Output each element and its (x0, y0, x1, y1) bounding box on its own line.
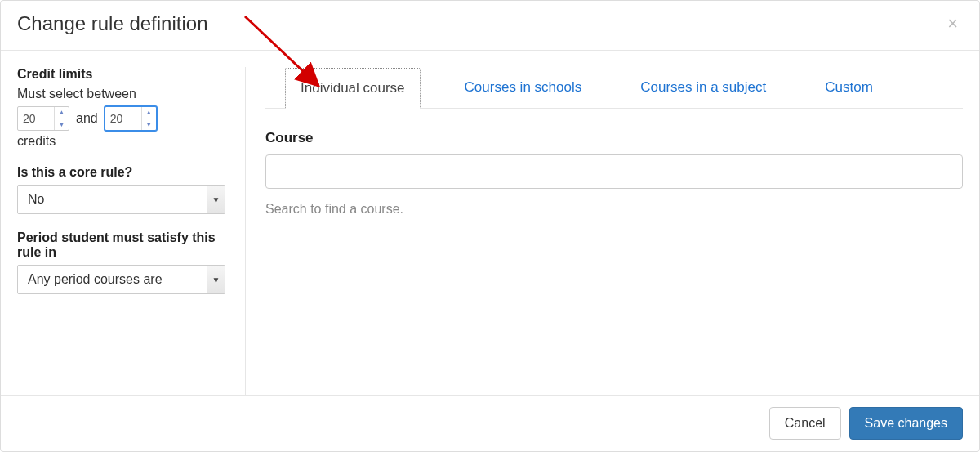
tab-courses-in-subject[interactable]: Courses in a subject (626, 68, 781, 109)
credit-limits-label: Credit limits (17, 67, 229, 82)
period-select[interactable]: Any period courses are (17, 265, 225, 294)
core-rule-select-wrap[interactable]: No ▼ (17, 185, 225, 214)
tab-custom[interactable]: Custom (810, 68, 888, 109)
period-label: Period student must satisfy this rule in (17, 230, 229, 260)
save-changes-button[interactable]: Save changes (849, 407, 963, 440)
max-credits-input[interactable] (105, 107, 141, 130)
min-credits-input[interactable] (18, 107, 54, 130)
course-label: Course (265, 130, 963, 146)
dialog-header: Change rule definition × (1, 1, 979, 51)
dialog: Change rule definition × Credit limits M… (0, 0, 980, 452)
core-rule-label: Is this a core rule? (17, 165, 229, 180)
course-search-input[interactable] (265, 154, 963, 189)
chevron-up-icon[interactable]: ▲ (55, 107, 69, 119)
period-group: Period student must satisfy this rule in… (17, 230, 229, 294)
chevron-down-icon[interactable]: ▼ (207, 186, 225, 213)
dialog-body: Credit limits Must select between ▲ ▼ an… (1, 51, 979, 395)
chevron-down-icon[interactable]: ▼ (142, 119, 156, 131)
dialog-title: Change rule definition (17, 12, 208, 35)
credit-limits-group: Credit limits Must select between ▲ ▼ an… (17, 67, 229, 149)
tabs: Individual course Courses in schools Cou… (265, 67, 963, 109)
max-credits-stepper[interactable]: ▲ ▼ (105, 106, 157, 131)
dialog-footer: Cancel Save changes (1, 395, 979, 451)
stepper-arrows: ▲ ▼ (54, 107, 69, 130)
tab-individual-course[interactable]: Individual course (285, 68, 421, 109)
credits-row: ▲ ▼ and ▲ ▼ (17, 106, 229, 131)
min-credits-stepper[interactable]: ▲ ▼ (17, 106, 69, 131)
core-rule-select[interactable]: No (17, 185, 225, 214)
main-panel: Individual course Courses in schools Cou… (246, 67, 963, 395)
period-select-wrap[interactable]: Any period courses are ▼ (17, 265, 225, 294)
tab-courses-in-schools[interactable]: Courses in schools (450, 68, 597, 109)
close-icon[interactable]: × (942, 15, 963, 33)
core-rule-group: Is this a core rule? No ▼ (17, 165, 229, 214)
cancel-button[interactable]: Cancel (769, 407, 841, 440)
must-select-label: Must select between (17, 87, 229, 101)
and-text: and (76, 111, 98, 126)
chevron-down-icon[interactable]: ▼ (207, 266, 225, 293)
course-hint: Search to find a course. (265, 202, 963, 217)
sidebar: Credit limits Must select between ▲ ▼ an… (17, 67, 246, 395)
chevron-down-icon[interactable]: ▼ (55, 119, 69, 131)
credits-suffix: credits (17, 134, 229, 149)
stepper-arrows: ▲ ▼ (141, 107, 156, 130)
chevron-up-icon[interactable]: ▲ (142, 107, 156, 119)
